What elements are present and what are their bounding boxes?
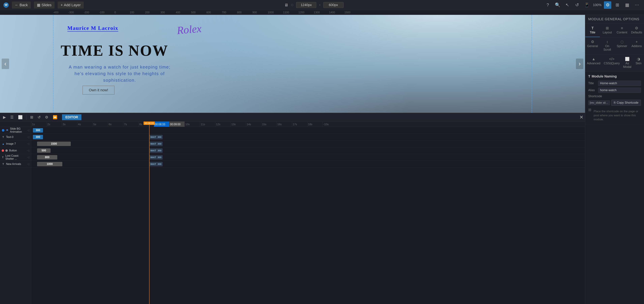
- width-input[interactable]: [296, 2, 316, 8]
- tab-defaults-label: Defaults: [631, 31, 642, 34]
- title-field-input[interactable]: [598, 81, 641, 86]
- track-block-wait-lost-coast[interactable]: WAIT 300: [149, 155, 162, 160]
- hint-text: Place the shortcode on the page or post …: [593, 109, 641, 121]
- rp-tabs-row1: T Title ⊞ Layout ≡ Content ⚙ Defaults: [585, 24, 644, 37]
- track-block-slide-bg[interactable]: 300: [33, 128, 43, 132]
- ruler-mark: 1000: [268, 11, 283, 14]
- desktop-icon[interactable]: 🖥: [284, 3, 288, 8]
- tab-advanced[interactable]: ▲ Advanced: [585, 55, 602, 72]
- ruler-mark: 1100: [283, 11, 298, 14]
- back-button[interactable]: ← Back: [12, 2, 31, 9]
- track-expand-lost-coast[interactable]: →|: [26, 156, 29, 159]
- tl-square-button[interactable]: ⬜: [17, 114, 24, 120]
- track-expand-text0[interactable]: →|: [26, 136, 29, 138]
- track-expand-image7[interactable]: →|: [26, 142, 29, 145]
- tab-skin[interactable]: ◑ Skin: [633, 55, 644, 72]
- help-button[interactable]: ?: [544, 1, 552, 9]
- track-block-lost-coast[interactable]: 800: [37, 155, 57, 160]
- track-label-image7[interactable]: ▲ Image 7 →|: [0, 140, 31, 147]
- ruler-mark: 500: [191, 11, 206, 14]
- track-label-button[interactable]: Button →|: [0, 147, 31, 154]
- responsive2-button[interactable]: ▦: [624, 1, 631, 9]
- tab-general-label: General: [587, 44, 598, 48]
- field-row-alias: Alias: [588, 88, 641, 93]
- more-button[interactable]: ⋯: [633, 1, 641, 9]
- tab-as-modal[interactable]: ⬜ As Modal: [622, 55, 633, 72]
- top-bar-left: W ← Back ▦ Slides + Add Layer: [3, 2, 84, 9]
- back-icon: ←: [15, 3, 18, 7]
- tab-defaults[interactable]: ⚙ Defaults: [629, 24, 644, 37]
- tab-on-scroll[interactable]: ↕ On Scroll: [600, 37, 614, 54]
- slides-button[interactable]: ▦ Slides: [34, 2, 54, 9]
- track-expand-button[interactable]: →|: [26, 149, 29, 152]
- shortcode-value: [rev_slider alias="home-watc: [588, 100, 610, 105]
- track-label-text0[interactable]: T Text-0 →|: [0, 134, 31, 140]
- slide-prev-button[interactable]: ‹: [2, 59, 9, 69]
- slide-next-button[interactable]: ›: [576, 59, 583, 69]
- track-block-wait-new-arrivals[interactable]: WAIT 300: [149, 162, 162, 166]
- tab-general[interactable]: ⚙ General: [585, 37, 600, 54]
- settings-button[interactable]: ⚙: [604, 1, 611, 9]
- tab-css-jquery[interactable]: </> CSS/jQuery: [602, 55, 622, 72]
- tl-forward-button[interactable]: ⏩: [52, 114, 59, 120]
- tab-layout[interactable]: ⊞ Layout: [600, 24, 614, 37]
- zoom-out-button[interactable]: 🔍: [554, 1, 561, 9]
- track-block-wait-text0[interactable]: WAIT 300: [149, 135, 162, 139]
- tl-mark-12s: 12s: [215, 121, 230, 127]
- track-block-button[interactable]: 500: [37, 148, 50, 153]
- module-naming-section: T Module Naming Title Alias Shortcode [r…: [585, 72, 644, 124]
- track-expand-new-arrivals[interactable]: →|: [26, 163, 29, 166]
- ruler-marks: -400 -300 -200 -100 0 100 200 300 400 50…: [0, 11, 360, 14]
- tl-loop-button[interactable]: ↺: [36, 114, 42, 120]
- tl-play-button[interactable]: ▶: [2, 114, 7, 120]
- tl-list-button[interactable]: ☰: [9, 114, 15, 120]
- timeline-area: ▶ ☰ ⬜ ⊞ ↺ ⚙ ⏩ EDITOR ✕ 🔵 👁: [0, 113, 585, 304]
- add-layer-button[interactable]: + Add Layer: [58, 2, 84, 9]
- copy-shortcode-button[interactable]: ⎘ Copy Shortcode: [611, 100, 641, 106]
- module-options-title: MODULE GENERAL OPTIONS: [585, 15, 644, 24]
- back-label: Back: [20, 3, 28, 7]
- alias-field-label: Alias: [588, 88, 595, 92]
- track-expand-slide-bg[interactable]: →|: [26, 129, 29, 132]
- tl-close-button[interactable]: ✕: [580, 114, 583, 120]
- track-icon-text0: T: [2, 135, 5, 138]
- tab-title[interactable]: T Title: [585, 24, 600, 37]
- height-input[interactable]: [323, 2, 344, 8]
- track-label-slide-bg[interactable]: 🔵 👁 Slide BG Animation →|: [0, 127, 31, 134]
- wordpress-logo[interactable]: W: [3, 2, 9, 8]
- track-row-new-arrivals: 1000 WAIT 300: [31, 161, 585, 168]
- add-layer-icon: +: [61, 3, 63, 7]
- module-naming-title[interactable]: T Module Naming: [588, 74, 641, 78]
- alias-field-input[interactable]: [598, 88, 641, 93]
- ruler-mark: 200: [145, 11, 160, 14]
- track-block-new-arrivals[interactable]: 1000: [37, 162, 62, 166]
- tl-grid-button[interactable]: ⊞: [29, 114, 34, 120]
- track-block-wait-button[interactable]: WAIT 300: [149, 148, 162, 153]
- tab-addons[interactable]: + Addons: [629, 37, 644, 54]
- tab-as-modal-label: As Modal: [623, 62, 631, 69]
- tab-layout-label: Layout: [603, 31, 612, 34]
- track-block-text0[interactable]: 300: [33, 135, 43, 139]
- track-block-image7[interactable]: 1500: [37, 142, 71, 146]
- track-name-text0: Text-0: [6, 135, 14, 138]
- tab-content[interactable]: ≡ Content: [615, 24, 629, 37]
- slide-cta-button[interactable]: Own it now!: [82, 86, 114, 94]
- track-label-new-arrivals[interactable]: T New Arrivals →|: [0, 161, 31, 168]
- grid-button[interactable]: ⊞: [614, 1, 621, 9]
- track-block-wait-image7[interactable]: WAIT 300: [149, 142, 162, 146]
- tab-title-label: Title: [590, 31, 595, 34]
- track-row-image7: 1500 WAIT 300: [31, 140, 585, 147]
- tab-content-label: Content: [617, 31, 627, 34]
- responsive-button[interactable]: 📱: [583, 1, 590, 9]
- track-label-lost-coast[interactable]: T Lost Coast: Shelter ... →|: [0, 154, 31, 161]
- title-field-label: Title: [588, 82, 594, 85]
- ruler-mark: 1200: [298, 11, 314, 14]
- undo-button[interactable]: ↺: [574, 1, 581, 9]
- tab-spinner[interactable]: ◌ Spinner: [615, 37, 629, 54]
- track-color2-button: [6, 149, 8, 152]
- tl-settings-button[interactable]: ⚙: [44, 114, 50, 120]
- hint-row: ⊞ Place the shortcode on the page or pos…: [588, 108, 641, 121]
- pointer-button[interactable]: ↖: [564, 1, 571, 9]
- ruler-mark: -100: [99, 11, 114, 14]
- tl-separator: [26, 115, 26, 120]
